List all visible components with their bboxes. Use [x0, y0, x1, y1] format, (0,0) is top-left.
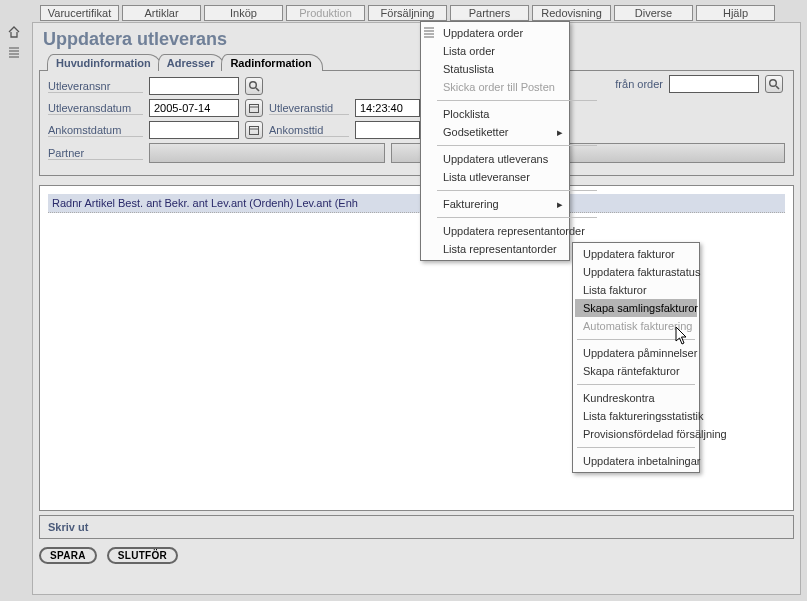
finish-button[interactable]: SLUTFÖR	[107, 547, 178, 564]
form-panel: från order Utleveransnr Utleveransdatum …	[39, 70, 794, 176]
menu-lista-order[interactable]: Lista order	[435, 42, 599, 60]
search-from-order-label: från order	[615, 78, 663, 90]
menu-produktion: Produktion	[286, 5, 365, 21]
print-link[interactable]: Skriv ut	[48, 521, 88, 533]
ankomsttid-input[interactable]	[355, 121, 420, 139]
menu-plocklista[interactable]: Plocklista	[435, 105, 599, 123]
top-menu-bar: Varucertifikat Artiklar Inköp Produktion…	[0, 0, 807, 21]
menu-hjalp[interactable]: Hjälp	[696, 5, 775, 21]
menu-lista-utleveranser[interactable]: Lista utleveranser	[435, 168, 599, 186]
menu-uppdatera-utleverans[interactable]: Uppdatera utleverans	[435, 150, 599, 168]
menu-fakturering[interactable]: Fakturering	[435, 195, 599, 213]
calendar-icon[interactable]	[245, 99, 263, 117]
menu-artiklar[interactable]: Artiklar	[122, 5, 201, 21]
line-items-header: Radnr Artikel Best. ant Bekr. ant Lev.an…	[48, 194, 785, 213]
svg-point-0	[770, 80, 777, 87]
submenu-provisionsfordelad-forsaljning[interactable]: Provisionsfördelad försäljning	[575, 425, 697, 443]
menu-separator	[437, 100, 597, 101]
submenu-uppdatera-inbetalningar[interactable]: Uppdatera inbetalningar	[575, 452, 697, 470]
menu-partners[interactable]: Partners	[450, 5, 529, 21]
ankomsttid-label: Ankomsttid	[269, 124, 349, 137]
menu-uppdatera-order[interactable]: Uppdatera order	[435, 24, 599, 42]
search-from-order: från order	[615, 75, 783, 93]
utleveranstid-input[interactable]	[355, 99, 420, 117]
menu-skicka-order-posten: Skicka order till Posten	[435, 78, 599, 96]
utleveranstid-label: Utleveranstid	[269, 102, 349, 115]
submenu-lista-fakturor[interactable]: Lista fakturor	[575, 281, 697, 299]
list-icon[interactable]	[6, 44, 22, 60]
action-row: SPARA SLUTFÖR	[33, 539, 800, 572]
home-icon[interactable]	[6, 24, 22, 40]
menu-separator	[577, 384, 695, 385]
sidebar-strip	[6, 20, 28, 64]
calendar-icon[interactable]	[245, 121, 263, 139]
svg-rect-6	[250, 127, 259, 135]
ankomstdatum-label: Ankomstdatum	[48, 124, 143, 137]
partner-label: Partner	[48, 147, 143, 160]
submenu-uppdatera-paminnelser[interactable]: Uppdatera påminnelser	[575, 344, 697, 362]
menu-diverse[interactable]: Diverse	[614, 5, 693, 21]
svg-point-2	[250, 82, 257, 89]
print-panel: Skriv ut	[39, 515, 794, 539]
tab-adresser[interactable]: Adresser	[158, 54, 226, 71]
menu-uppdatera-representantorder[interactable]: Uppdatera representantorder	[435, 222, 599, 240]
submenu-automatisk-fakturering: Automatisk fakturering	[575, 317, 697, 335]
menu-separator	[577, 339, 695, 340]
tab-radinformation[interactable]: Radinformation	[221, 54, 322, 71]
partner-display-1[interactable]	[149, 143, 385, 163]
submenu-skapa-samlingsfakturor[interactable]: Skapa samlingsfakturor	[575, 299, 697, 317]
utleveransdatum-label: Utleveransdatum	[48, 102, 143, 115]
menu-redovisning[interactable]: Redovisning	[532, 5, 611, 21]
forsaljning-menu: Uppdatera order Lista order Statuslista …	[420, 21, 570, 261]
submenu-skapa-rantefakturor[interactable]: Skapa räntefakturor	[575, 362, 697, 380]
search-from-order-lookup[interactable]	[765, 75, 783, 93]
menu-varucertifikat[interactable]: Varucertifikat	[40, 5, 119, 21]
tab-strip: Huvudinformation Adresser Radinformation	[33, 54, 800, 71]
svg-rect-4	[250, 105, 259, 113]
utleveransnr-input[interactable]	[149, 77, 239, 95]
menu-separator	[437, 145, 597, 146]
menu-godsetiketter[interactable]: Godsetiketter	[435, 123, 599, 141]
menu-separator	[437, 190, 597, 191]
submenu-kundreskontra[interactable]: Kundreskontra	[575, 389, 697, 407]
submenu-uppdatera-fakturastatus[interactable]: Uppdatera fakturastatus	[575, 263, 697, 281]
submenu-lista-faktureringsstatistik[interactable]: Lista faktureringsstatistik	[575, 407, 697, 425]
menu-inkop[interactable]: Inköp	[204, 5, 283, 21]
utleveransdatum-input[interactable]	[149, 99, 239, 117]
menu-statuslista[interactable]: Statuslista	[435, 60, 599, 78]
utleveransnr-lookup[interactable]	[245, 77, 263, 95]
search-from-order-input[interactable]	[669, 75, 759, 93]
page-title: Uppdatera utleverans	[33, 23, 800, 54]
svg-line-3	[256, 88, 259, 91]
menu-separator	[437, 217, 597, 218]
svg-line-1	[776, 86, 779, 89]
menu-separator	[577, 447, 695, 448]
ankomstdatum-input[interactable]	[149, 121, 239, 139]
fakturering-submenu: Uppdatera fakturor Uppdatera fakturastat…	[572, 242, 700, 473]
submenu-uppdatera-fakturor[interactable]: Uppdatera fakturor	[575, 245, 697, 263]
utleveransnr-label: Utleveransnr	[48, 80, 143, 93]
save-button[interactable]: SPARA	[39, 547, 97, 564]
menu-forsaljning[interactable]: Försäljning	[368, 5, 447, 21]
tab-huvudinformation[interactable]: Huvudinformation	[47, 54, 162, 71]
list-icon	[423, 24, 435, 40]
